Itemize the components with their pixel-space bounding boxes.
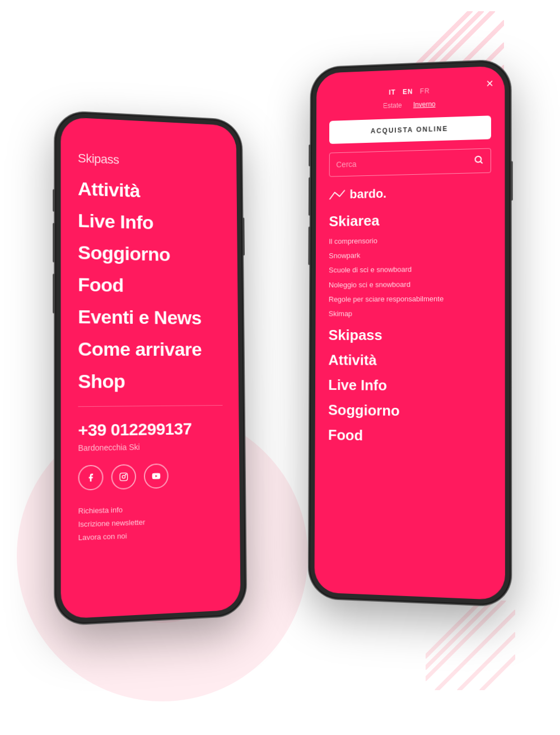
right-phone-right-btn-1 xyxy=(511,161,513,201)
left-menu-soggiorno[interactable]: Soggiorno xyxy=(78,241,221,266)
phones-container: Skipass Attività Live Info Soggiorno Foo… xyxy=(39,45,521,690)
phone-left-btn-1 xyxy=(53,189,55,212)
skiarea-item-1[interactable]: Snowpark xyxy=(329,249,491,262)
bardo-text: bardo. xyxy=(349,187,386,202)
right-menu-skipass[interactable]: Skipass xyxy=(329,327,492,344)
svg-point-17 xyxy=(475,156,482,162)
right-menu-food[interactable]: Food xyxy=(328,426,491,446)
bardo-logo: bardo. xyxy=(329,184,491,202)
svg-rect-13 xyxy=(120,473,127,481)
footer-link-newsletter[interactable]: Iscrizione newsletter xyxy=(78,515,224,529)
skiarea-title: Skiarea xyxy=(329,210,491,230)
skiarea-item-0[interactable]: Il comprensorio xyxy=(329,234,491,246)
left-menu-attivita[interactable]: Attività xyxy=(78,178,221,204)
season-bar: Estate Inverno xyxy=(329,96,491,112)
youtube-icon[interactable] xyxy=(144,463,169,489)
left-menu-live-info[interactable]: Live Info xyxy=(78,210,221,235)
left-screen-content: Skipass Attività Live Info Soggiorno Foo… xyxy=(60,117,240,619)
phone-right: × IT EN FR Estate Inverno ACQUISTA ONLIN… xyxy=(309,60,511,606)
right-menu-attivita[interactable]: Attività xyxy=(328,352,491,370)
right-phone-left-btn-1 xyxy=(309,145,311,166)
phone-left-screen: Skipass Attività Live Info Soggiorno Foo… xyxy=(60,117,240,619)
phone-left-btn-2 xyxy=(53,223,55,263)
right-phone-left-btn-3 xyxy=(308,226,310,265)
season-estate[interactable]: Estate xyxy=(383,101,402,110)
right-menu-live-info[interactable]: Live Info xyxy=(328,376,491,396)
close-button[interactable]: × xyxy=(486,76,493,91)
search-bar[interactable]: Cerca xyxy=(329,148,491,176)
svg-point-15 xyxy=(125,475,126,475)
footer-link-lavora[interactable]: Lavora con noi xyxy=(78,528,224,542)
left-menu-food[interactable]: Food xyxy=(78,273,222,297)
phone-left-btn-3 xyxy=(53,274,55,314)
season-inverno[interactable]: Inverno xyxy=(413,100,436,109)
lang-it[interactable]: IT xyxy=(389,89,395,96)
phone-left: Skipass Attività Live Info Soggiorno Foo… xyxy=(55,111,246,625)
skiarea-item-2[interactable]: Scuole di sci e snowboard xyxy=(329,264,491,276)
svg-line-18 xyxy=(480,161,482,163)
search-icon[interactable] xyxy=(474,155,484,168)
skiarea-item-3[interactable]: Noleggio sci e snowboard xyxy=(329,279,491,290)
left-menu-shop[interactable]: Shop xyxy=(78,370,222,393)
lang-fr[interactable]: FR xyxy=(420,87,430,95)
left-footer-links: Richiesta info Iscrizione newsletter Lav… xyxy=(78,503,224,542)
lang-en[interactable]: EN xyxy=(403,88,413,96)
skiarea-item-4[interactable]: Regole per sciare responsabilmente xyxy=(329,294,491,305)
left-phone-label: Bardonecchia Ski xyxy=(78,441,223,453)
social-icons xyxy=(78,462,223,491)
left-menu-skipass[interactable]: Skipass xyxy=(78,151,221,171)
search-placeholder: Cerca xyxy=(336,156,473,169)
instagram-icon[interactable] xyxy=(111,464,136,490)
left-divider xyxy=(78,405,222,407)
facebook-icon[interactable] xyxy=(78,465,103,491)
language-bar: IT EN FR xyxy=(329,83,491,99)
phone-right-screen: × IT EN FR Estate Inverno ACQUISTA ONLIN… xyxy=(314,66,505,600)
right-menu-soggiorno[interactable]: Soggiorno xyxy=(328,402,491,421)
skiarea-item-5[interactable]: Skimap xyxy=(329,308,491,319)
phone-right-btn-1 xyxy=(242,217,245,255)
right-screen-content: × IT EN FR Estate Inverno ACQUISTA ONLIN… xyxy=(314,66,505,600)
left-menu-eventi[interactable]: Eventi e News xyxy=(78,306,222,329)
footer-link-richiesta[interactable]: Richiesta info xyxy=(78,503,223,515)
left-menu-come-arrivare[interactable]: Come arrivare xyxy=(78,338,222,360)
left-phone-number: +39 012299137 xyxy=(78,419,223,440)
right-phone-left-btn-2 xyxy=(309,177,311,216)
svg-point-14 xyxy=(122,475,125,478)
buy-online-button[interactable]: ACQUISTA ONLINE xyxy=(329,115,491,144)
